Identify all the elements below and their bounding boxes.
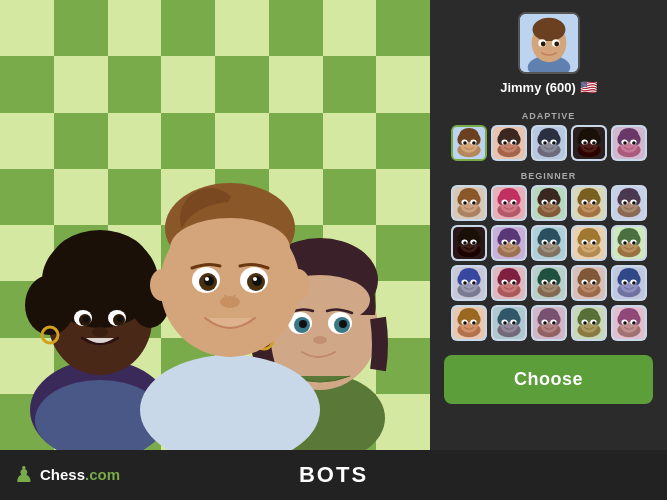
svg-point-319 bbox=[592, 321, 596, 325]
svg-point-165 bbox=[632, 201, 636, 205]
flag-icon: 🇺🇸 bbox=[580, 79, 597, 95]
adaptive-bot-avatar[interactable] bbox=[451, 125, 487, 161]
adaptive-bot-avatar[interactable] bbox=[611, 125, 647, 161]
beginner-bot-avatar[interactable] bbox=[451, 185, 487, 221]
beginner-bots-row bbox=[444, 185, 653, 221]
svg-point-143 bbox=[552, 201, 556, 205]
svg-point-132 bbox=[512, 201, 516, 205]
svg-point-55 bbox=[554, 42, 559, 47]
beginner-bot-avatar[interactable] bbox=[531, 305, 567, 341]
adaptive-bot-avatar[interactable] bbox=[531, 125, 567, 161]
svg-point-32 bbox=[150, 269, 174, 301]
beginner-bot-avatar[interactable] bbox=[611, 185, 647, 221]
svg-point-308 bbox=[552, 321, 556, 325]
chess-cell bbox=[215, 0, 269, 56]
beginner-bot-avatar[interactable] bbox=[491, 265, 527, 301]
chess-cell bbox=[323, 0, 377, 56]
right-panel: Jimmy (600) 🇺🇸 ADAPTIVE bbox=[430, 0, 667, 450]
svg-point-131 bbox=[503, 201, 507, 205]
adaptive-bots-row bbox=[444, 125, 653, 161]
adaptive-bot-avatar[interactable] bbox=[571, 125, 607, 161]
svg-point-31 bbox=[220, 296, 240, 308]
logo-text: Chess.com bbox=[40, 466, 120, 484]
adaptive-bot-avatar[interactable] bbox=[491, 125, 527, 161]
beginner-bot-avatar[interactable] bbox=[491, 305, 527, 341]
characters-overlay bbox=[0, 68, 430, 451]
svg-point-231 bbox=[472, 281, 476, 285]
svg-point-230 bbox=[463, 281, 467, 285]
svg-point-16 bbox=[140, 355, 320, 450]
svg-point-208 bbox=[583, 241, 587, 245]
beginner-bot-avatar[interactable] bbox=[531, 265, 567, 301]
chess-cell bbox=[108, 0, 162, 56]
beginner-bot-avatar[interactable] bbox=[451, 225, 487, 261]
svg-point-296 bbox=[503, 321, 507, 325]
svg-point-286 bbox=[472, 321, 476, 325]
svg-point-154 bbox=[592, 201, 596, 205]
beginner-bots-row bbox=[444, 305, 653, 341]
svg-point-33 bbox=[286, 269, 310, 301]
svg-point-186 bbox=[503, 241, 507, 245]
svg-point-65 bbox=[463, 141, 467, 145]
svg-point-120 bbox=[463, 201, 467, 205]
svg-point-318 bbox=[583, 321, 587, 325]
beginner-bot-avatar[interactable] bbox=[611, 265, 647, 301]
svg-point-77 bbox=[512, 141, 516, 145]
svg-point-27 bbox=[204, 276, 214, 286]
svg-point-264 bbox=[592, 281, 596, 285]
svg-point-209 bbox=[592, 241, 596, 245]
selected-avatar bbox=[518, 12, 580, 74]
selected-bot-name: Jimmy (600) 🇺🇸 bbox=[500, 79, 597, 95]
beginner-bot-avatar[interactable] bbox=[531, 185, 567, 221]
chess-cell bbox=[376, 0, 430, 56]
beginner-bots-row bbox=[444, 265, 653, 301]
svg-point-51 bbox=[532, 18, 565, 41]
svg-point-241 bbox=[503, 281, 507, 285]
svg-point-110 bbox=[632, 141, 636, 145]
svg-point-329 bbox=[623, 321, 627, 325]
svg-point-28 bbox=[252, 276, 262, 286]
beginner-bot-avatar[interactable] bbox=[571, 265, 607, 301]
bottom-bar: ♟ Chess.com BOTS bbox=[0, 450, 667, 500]
page-title: BOTS bbox=[299, 462, 368, 488]
beginner-bot-avatar[interactable] bbox=[571, 225, 607, 261]
beginner-bot-avatar[interactable] bbox=[571, 305, 607, 341]
chess-pawn-icon: ♟ bbox=[14, 462, 34, 488]
svg-point-88 bbox=[552, 141, 556, 145]
beginner-bot-avatar[interactable] bbox=[491, 185, 527, 221]
logo-area: ♟ Chess.com bbox=[14, 462, 120, 488]
svg-point-275 bbox=[632, 281, 636, 285]
svg-point-54 bbox=[540, 42, 545, 47]
chess-cell bbox=[269, 0, 323, 56]
svg-point-175 bbox=[463, 241, 467, 245]
choose-button[interactable]: Choose bbox=[444, 355, 653, 404]
svg-point-263 bbox=[583, 281, 587, 285]
character-center bbox=[120, 80, 340, 450]
svg-point-99 bbox=[592, 141, 596, 145]
beginner-bot-avatar[interactable] bbox=[571, 185, 607, 221]
svg-point-274 bbox=[623, 281, 627, 285]
beginner-bot-avatar[interactable] bbox=[491, 225, 527, 261]
beginner-bot-avatar[interactable] bbox=[611, 225, 647, 261]
svg-point-297 bbox=[512, 321, 516, 325]
beginner-bot-avatar[interactable] bbox=[611, 305, 647, 341]
svg-point-153 bbox=[583, 201, 587, 205]
svg-point-44 bbox=[339, 320, 347, 328]
svg-point-76 bbox=[503, 141, 507, 145]
svg-point-22 bbox=[170, 218, 290, 278]
beginner-bot-avatar[interactable] bbox=[531, 225, 567, 261]
svg-point-98 bbox=[583, 141, 587, 145]
beginner-bot-avatar[interactable] bbox=[451, 305, 487, 341]
svg-point-307 bbox=[543, 321, 547, 325]
chess-cell bbox=[0, 0, 54, 56]
svg-point-87 bbox=[543, 141, 547, 145]
svg-point-13 bbox=[92, 327, 108, 337]
chess-cell bbox=[161, 0, 215, 56]
beginner-bots-row bbox=[444, 225, 653, 261]
beginner-bot-avatar[interactable] bbox=[451, 265, 487, 301]
rating-badge: (600) bbox=[545, 80, 575, 95]
svg-point-197 bbox=[543, 241, 547, 245]
svg-point-66 bbox=[472, 141, 476, 145]
svg-point-253 bbox=[552, 281, 556, 285]
svg-point-30 bbox=[253, 277, 257, 281]
